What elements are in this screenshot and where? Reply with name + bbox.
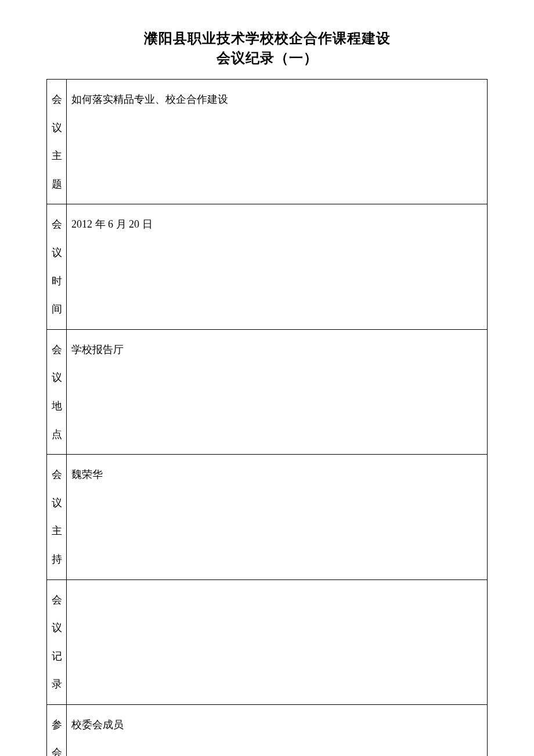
table-row: 会 议 时 间 2012 年 6 月 20 日 <box>47 204 488 329</box>
table-row: 参 会 校委会成员 <box>47 704 488 756</box>
title-line-2: 会议纪录（一） <box>46 49 488 67</box>
label-cell-attendees: 参 会 <box>47 704 67 756</box>
title-line-1: 濮阳县职业技术学校校企合作课程建设 <box>46 29 488 48</box>
table-row: 会 议 地 点 学校报告厅 <box>47 329 488 454</box>
document-title-block: 濮阳县职业技术学校校企合作课程建设 会议纪录（一） <box>46 29 488 67</box>
table-row: 会 议 主 持 魏荣华 <box>47 455 488 579</box>
label-cell-location: 会 议 地 点 <box>47 329 67 454</box>
table-row: 会 议 记 录 <box>47 579 488 704</box>
label-cell-topic: 会 议 主 题 <box>47 80 67 204</box>
value-cell-location: 学校报告厅 <box>67 329 488 454</box>
label-cell-time: 会 议 时 间 <box>47 204 67 329</box>
meeting-record-table: 会 议 主 题 如何落实精品专业、校企合作建设 会 议 时 间 2012 年 6… <box>46 79 488 756</box>
label-cell-host: 会 议 主 持 <box>47 455 67 579</box>
value-cell-recorder <box>67 579 488 704</box>
value-cell-time: 2012 年 6 月 20 日 <box>67 204 488 329</box>
value-cell-host: 魏荣华 <box>67 455 488 579</box>
value-cell-topic: 如何落实精品专业、校企合作建设 <box>67 80 488 204</box>
label-cell-recorder: 会 议 记 录 <box>47 579 67 704</box>
table-row: 会 议 主 题 如何落实精品专业、校企合作建设 <box>47 80 488 204</box>
value-cell-attendees: 校委会成员 <box>67 704 488 756</box>
